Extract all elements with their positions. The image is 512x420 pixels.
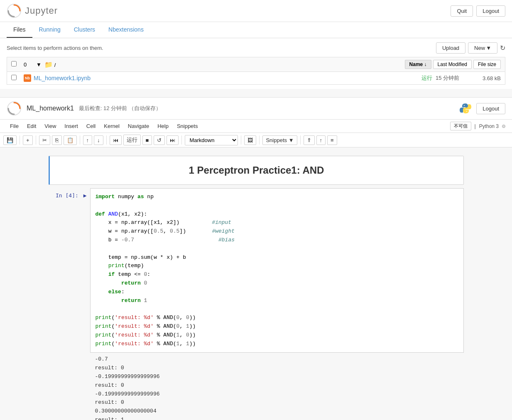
menu-cell[interactable]: Cell — [83, 121, 99, 131]
browser-header: Jupyter Quit Logout — [0, 0, 512, 22]
file-browser-toolbar: Select items to perform actions on them.… — [7, 42, 505, 54]
toolbar-copy-button[interactable]: ⎘ — [52, 135, 62, 145]
tab-files[interactable]: Files — [7, 22, 32, 38]
file-count: 0 — [24, 61, 36, 68]
section-separator — [0, 89, 512, 97]
file-browser: Select items to perform actions on them.… — [0, 38, 512, 89]
toolbar-up3-button[interactable]: ↑ — [316, 135, 326, 145]
toolbar-save-button[interactable]: 💾 — [3, 135, 17, 145]
tab-nbextensions[interactable]: Nbextensions — [102, 22, 150, 38]
kernel-label: Python 3 — [479, 123, 499, 129]
kernel-info: 不可信 | Python 3 — [450, 122, 506, 130]
notebook-icon: Nb — [24, 74, 31, 82]
sort-size-button[interactable]: File size — [473, 60, 501, 69]
toolbar-sep3 — [80, 135, 80, 145]
refresh-icon[interactable]: ↻ — [500, 44, 505, 52]
jupyter-browser: Jupyter Quit Logout Files Running Cluste… — [0, 0, 512, 89]
toolbar-sep7 — [259, 135, 260, 145]
menu-items: File Edit View Insert Cell Kernel Naviga… — [7, 121, 201, 131]
toolbar-snippets-button[interactable]: Snippets ▼ — [262, 135, 297, 145]
tabs-bar: Files Running Clusters Nbextensions — [0, 22, 512, 38]
heading-text: 1 Perceptron Practice1: AND — [62, 165, 451, 176]
toolbar-move-up-button[interactable]: ↑ — [83, 135, 93, 145]
toolbar-paste-button[interactable]: 📋 — [64, 135, 77, 145]
toolbar-move-down-button[interactable]: ↓ — [94, 135, 103, 145]
cell-container: 1 Perceptron Practice1: AND In [4]: ▶ im… — [49, 156, 464, 420]
toolbar-run-button[interactable]: 运行 — [123, 135, 141, 145]
tab-clusters[interactable]: Clusters — [67, 22, 102, 38]
quit-button[interactable]: Quit — [451, 5, 473, 17]
toolbar-sep1 — [20, 135, 20, 145]
sort-modified-button[interactable]: Last Modified — [433, 60, 472, 69]
toolbar-list-button[interactable]: ≡ — [327, 135, 337, 145]
jupyter-logo-icon — [7, 3, 22, 18]
notebook-header-right: Logout — [459, 102, 505, 115]
tab-running[interactable]: Running — [32, 22, 67, 38]
toolbar-sep6 — [241, 135, 241, 145]
cell-body: import numpy as np def AND(x1, x2): x = … — [90, 188, 464, 420]
file-time: 15 分钟前 — [436, 74, 459, 82]
sort-name-button[interactable]: Name ↓ — [405, 60, 431, 69]
jupyter-logo: Jupyter — [7, 3, 58, 18]
cell-prompt-label: In [4]: — [56, 192, 78, 199]
code-cell: In [4]: ▶ import numpy as np def AND(x1,… — [49, 188, 464, 420]
dropdown-arrow-icon[interactable]: ▼ — [36, 61, 42, 68]
menu-file[interactable]: File — [7, 121, 22, 131]
file-size: 3.68 kB — [472, 75, 501, 81]
toolbar-add-button[interactable]: + — [23, 135, 33, 145]
code-area[interactable]: import numpy as np def AND(x1, x2): x = … — [90, 188, 464, 353]
logout-button[interactable]: Logout — [476, 5, 505, 17]
notebook-section: ML_homework1 最后检查: 12 分钟前 （自动保存） Logout … — [0, 97, 512, 420]
file-list-header: 0 ▼ 📁 / Name ↓ Last Modified File size — [7, 57, 505, 71]
kernel-status-dot — [502, 125, 505, 128]
breadcrumb: / — [54, 62, 56, 68]
untrusted-button[interactable]: 不可信 — [450, 122, 471, 130]
notebook-content: 1 Perceptron Practice1: AND In [4]: ▶ im… — [0, 147, 512, 420]
toolbar-up2-button[interactable]: ⇑ — [304, 135, 315, 145]
toolbar-cut-button[interactable]: ✂ — [39, 135, 50, 145]
select-all-checkbox[interactable] — [11, 61, 17, 66]
toolbar-restart-button[interactable]: ↺ — [154, 135, 165, 145]
toolbar-fast-back-button[interactable]: ⏮ — [110, 135, 122, 145]
menu-snippets[interactable]: Snippets — [174, 121, 201, 131]
menu-kernel[interactable]: Kernel — [100, 121, 123, 131]
upload-button[interactable]: Upload — [436, 42, 465, 54]
kernel-separator: | — [475, 123, 476, 129]
folder-icon: 📁 — [44, 61, 53, 68]
cell-type-select[interactable]: Markdown Code Raw NBConvert — [185, 135, 238, 145]
toolbar-sep5 — [181, 135, 182, 145]
notebook-logout-button[interactable]: Logout — [476, 103, 505, 114]
toolbar-keyboard-button[interactable]: 🖼 — [244, 135, 256, 145]
toolbar-sep4 — [106, 135, 107, 145]
notebook-title: ML_homework1 — [27, 105, 74, 112]
menu-insert[interactable]: Insert — [61, 121, 81, 131]
run-next-icon[interactable]: ▶ — [83, 192, 87, 199]
file-link[interactable]: ML_homework1.ipynb — [34, 75, 91, 81]
file-status: 运行 — [421, 74, 432, 82]
toolbar-sep8 — [300, 135, 301, 145]
python-logo-icon — [459, 102, 472, 115]
toolbar-fast-forward-button[interactable]: ⏭ — [167, 135, 179, 145]
menu-help[interactable]: Help — [154, 121, 172, 131]
file-list-row: Nb ML_homework1.ipynb 运行 15 分钟前 3.68 kB — [7, 71, 505, 85]
menu-navigate[interactable]: Navigate — [125, 121, 152, 131]
toolbar-sep2 — [36, 135, 36, 145]
menu-view[interactable]: View — [41, 121, 59, 131]
notebook-subtitle: 最后检查: 12 分钟前 （自动保存） — [79, 105, 161, 112]
notebook-jupyter-icon — [7, 101, 22, 116]
select-message: Select items to perform actions on them. — [7, 45, 103, 51]
cell-prompt: In [4]: ▶ — [49, 188, 90, 420]
heading-cell: 1 Perceptron Practice1: AND — [49, 156, 464, 185]
svg-point-0 — [7, 4, 21, 17]
output-area: -0.7 result: 0 -0.19999999999999996 resu… — [90, 353, 464, 420]
notebook-title-area: ML_homework1 最后检查: 12 分钟前 （自动保存） — [7, 101, 161, 116]
file-checkbox[interactable] — [11, 75, 17, 80]
notebook-menu: File Edit View Insert Cell Kernel Naviga… — [0, 120, 512, 133]
jupyter-logo-text: Jupyter — [25, 5, 58, 16]
toolbar-stop-button[interactable]: ■ — [142, 135, 152, 145]
sort-buttons: Name ↓ Last Modified File size — [405, 60, 501, 69]
new-label: New — [474, 45, 485, 51]
new-dropdown-icon: ▼ — [486, 45, 491, 51]
new-button[interactable]: New ▼ — [468, 42, 497, 54]
menu-edit[interactable]: Edit — [24, 121, 39, 131]
